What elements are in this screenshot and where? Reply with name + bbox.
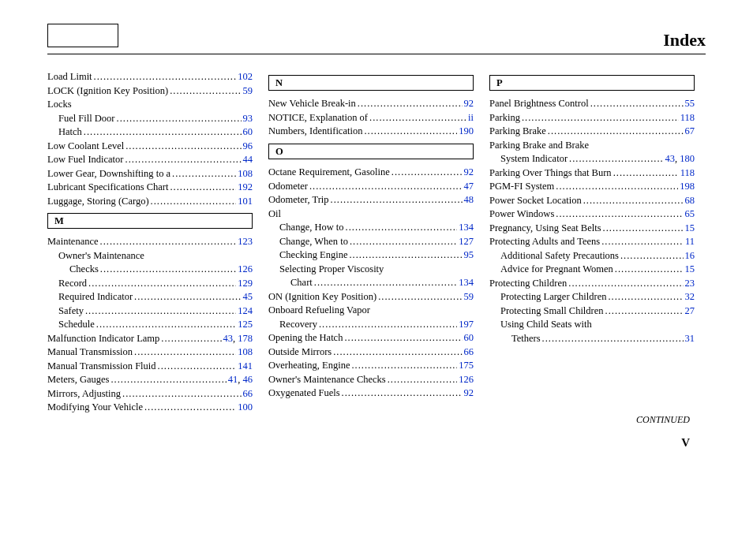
index-page-link[interactable]: 67: [685, 125, 695, 136]
index-entry: LOCK (Ignition Key Position)59: [47, 84, 253, 99]
index-entry-pages: 126: [238, 263, 253, 277]
index-page-link[interactable]: 93: [243, 113, 253, 124]
index-page-link[interactable]: 16: [685, 250, 695, 261]
index-page-link[interactable]: 47: [464, 181, 474, 192]
index-page-link[interactable]: 66: [243, 388, 253, 399]
index-page-link[interactable]: 15: [685, 263, 695, 274]
index-page-link[interactable]: 60: [464, 332, 474, 343]
index-page-link[interactable]: 180: [680, 153, 695, 164]
index-page-link[interactable]: 96: [243, 140, 253, 151]
leader-dots: [344, 331, 462, 345]
index-page-link[interactable]: 198: [680, 181, 695, 192]
index-entry-pages: 11: [685, 235, 695, 249]
index-page-link[interactable]: 46: [243, 374, 253, 385]
index-entry-label: Required Indicator: [58, 290, 133, 304]
index-page-link[interactable]: 55: [685, 98, 695, 109]
index-page-link[interactable]: 15: [685, 222, 695, 233]
index-page-link[interactable]: 41: [228, 374, 238, 385]
index-entry-pages: 108: [238, 345, 253, 360]
index-entry-pages: 175: [459, 359, 474, 373]
index-page-link[interactable]: 43: [223, 333, 234, 344]
index-entry-pages: 123: [238, 235, 253, 249]
leader-dots: [151, 195, 237, 209]
index-page-link[interactable]: 108: [238, 346, 253, 357]
leader-dots: [309, 180, 463, 194]
index-page-link[interactable]: 23: [685, 278, 695, 289]
index-page-link[interactable]: 118: [680, 167, 695, 178]
index-page-link[interactable]: 101: [238, 196, 253, 207]
index-entry-label: Manual Transmission: [47, 345, 133, 360]
index-page-link[interactable]: 48: [464, 194, 474, 205]
index-page-link[interactable]: 66: [464, 346, 474, 357]
index-entry-pages: 192: [238, 181, 253, 195]
index-letter-heading: N: [268, 75, 474, 91]
index-entry-pages: 129: [238, 277, 253, 291]
index-entry-label: Lower Gear, Downshifting to a: [47, 167, 170, 181]
index-entry: Protecting Small Children27: [489, 304, 695, 319]
leader-dots: [331, 193, 463, 207]
index-page-link[interactable]: 175: [459, 360, 474, 371]
index-entry-pages: 100: [238, 401, 253, 415]
index-page-link[interactable]: 178: [238, 333, 253, 344]
index-page-link[interactable]: 192: [238, 181, 253, 192]
leader-dots: [569, 152, 663, 166]
index-page-link[interactable]: ii: [468, 112, 474, 123]
index-page-link[interactable]: 31: [685, 333, 695, 344]
index-entry: Panel Brightness Control55: [489, 97, 695, 111]
index-page-link[interactable]: 59: [243, 85, 253, 96]
index-page-link[interactable]: 11: [685, 236, 695, 247]
index-page-link[interactable]: 126: [238, 263, 253, 274]
index-entry: Hatch60: [47, 125, 253, 140]
index-page-link[interactable]: 100: [238, 401, 253, 413]
leader-dots: [314, 276, 457, 290]
index-entry-label: Schedule: [58, 318, 95, 332]
index-entry-label: Change, When to: [279, 235, 348, 249]
index-page-link[interactable]: 92: [464, 166, 474, 177]
index-page-link[interactable]: 127: [459, 236, 474, 247]
index-page-link[interactable]: 65: [685, 208, 695, 219]
index-page-link[interactable]: 43: [665, 153, 676, 164]
continued-label: CONTINUED: [636, 414, 690, 426]
index-page-link[interactable]: 60: [243, 126, 253, 137]
leader-dots: [161, 332, 221, 346]
index-page-link[interactable]: 126: [459, 374, 474, 385]
index-entry-label: Oil: [268, 207, 281, 222]
index-page-link[interactable]: 129: [238, 278, 253, 289]
leader-dots: [346, 221, 458, 235]
index-page-link[interactable]: 95: [464, 249, 474, 260]
leader-dots: [172, 167, 236, 181]
index-page-link[interactable]: 123: [238, 236, 253, 247]
index-page-link[interactable]: 102: [238, 71, 253, 82]
index-entry: Required Indicator45: [47, 290, 253, 304]
index-page-link[interactable]: 125: [238, 319, 253, 330]
index-page-link[interactable]: 134: [459, 277, 474, 288]
index-entry-label: PGM-FI System: [489, 180, 554, 194]
index-page-link[interactable]: 108: [238, 168, 253, 179]
index-entry-label: Maintenance: [47, 235, 99, 249]
index-page-link[interactable]: 118: [680, 112, 695, 123]
index-page-link[interactable]: 190: [459, 125, 474, 136]
index-page-link[interactable]: 197: [459, 319, 474, 330]
index-page-link[interactable]: 92: [464, 387, 474, 398]
index-page-link[interactable]: 141: [238, 360, 253, 371]
index-page-link[interactable]: 124: [238, 305, 253, 316]
index-entry: PGM-FI System198: [489, 180, 695, 194]
index-page-link[interactable]: 32: [685, 291, 695, 302]
index-page-link[interactable]: 44: [243, 154, 253, 165]
index-entry-pages: 118: [680, 166, 695, 181]
index-page-link[interactable]: 92: [464, 98, 474, 109]
index-entry-label: Owner's Maintenance Checks: [268, 373, 386, 387]
index-page-link[interactable]: 45: [243, 291, 253, 302]
index-entry-label: New Vehicle Break-in: [268, 97, 356, 111]
index-entry: Change, How to134: [268, 221, 474, 235]
index-entry-pages: ii: [468, 111, 474, 125]
index-entry-label: Power Socket Location: [489, 194, 582, 208]
index-page-link[interactable]: 27: [685, 305, 695, 316]
index-entry-pages: 44: [243, 153, 253, 167]
index-page-link[interactable]: 59: [464, 291, 474, 302]
leader-dots: [134, 290, 241, 304]
index-page-link[interactable]: 134: [459, 222, 474, 233]
index-entry: Odometer, Trip48: [268, 193, 474, 207]
index-page-link[interactable]: 68: [685, 195, 695, 206]
index-entry-pages: 41, 46: [228, 373, 253, 387]
